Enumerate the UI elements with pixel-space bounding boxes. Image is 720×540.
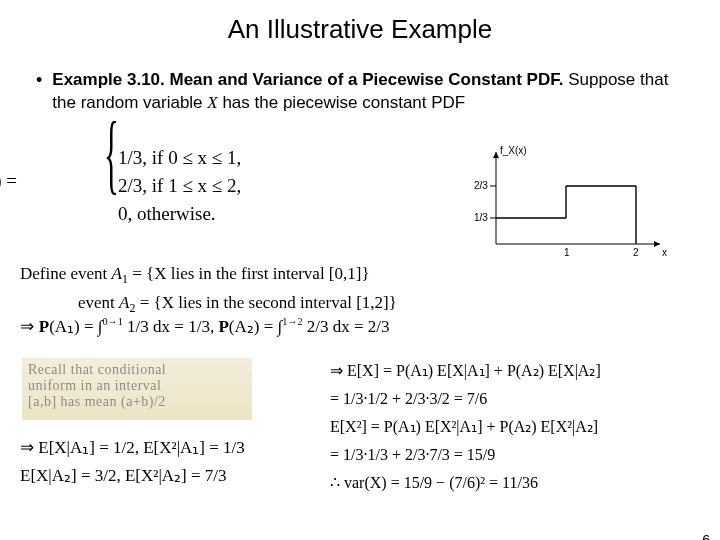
def1c: = {X lies in the first interval [0,1]} <box>128 264 370 283</box>
brace-icon: { <box>104 140 119 168</box>
bullet-body-b: has the piecewise constant PDF <box>218 93 466 112</box>
pdf-chart: f_X(x) 1/3 2/3 1 2 x <box>470 144 670 264</box>
prob-line: ⇒ P(A₁) = ∫0→1 1/3 dx = 1/3, P(A₂) = ∫1→… <box>20 316 390 337</box>
slide: An Illustrative Example • Example 3.10. … <box>0 14 720 540</box>
p2-rest: 2/3 dx = 2/3 <box>303 317 390 336</box>
eq-r2: = 1/3·1/2 + 2/3·3/2 = 7/6 <box>330 386 601 412</box>
def2b: A <box>119 293 129 312</box>
bullet-var: X <box>207 93 217 112</box>
recall-l1: Recall that conditional <box>28 362 246 378</box>
eq-r3: E[X²] = P(A₁) E[X²|A₁] + P(A₂) E[X²|A₂] <box>330 414 601 440</box>
xtick-2: 2 <box>633 247 639 258</box>
def1a: Define event <box>20 264 112 283</box>
define-line-1: Define event A1 = {X lies in the first i… <box>20 262 397 291</box>
bullet-dot: • <box>36 69 42 92</box>
def1b: A <box>112 264 122 283</box>
cond-l2: E[X|A₂] = 3/2, E[X²|A₂] = 7/3 <box>20 462 245 490</box>
svg-marker-3 <box>493 152 499 158</box>
page-number: 6 <box>702 532 710 540</box>
p1-lims: 0→1 <box>102 316 122 327</box>
xtick-1: 1 <box>564 247 570 258</box>
define-block: Define event A1 = {X lies in the first i… <box>20 262 397 321</box>
pdf-row-1: 1/3, if 0 ≤ x ≤ 1, <box>118 144 241 172</box>
p1-rest: 1/3 dx = 1/3, <box>123 317 219 336</box>
pdf-definition: { 1/3, if 0 ≤ x ≤ 1, 2/3, if 1 ≤ x ≤ 2, … <box>118 144 241 228</box>
def2a: event <box>78 293 119 312</box>
p1-body: (A₁) = ∫ <box>49 317 102 336</box>
eq-r4: = 1/3·1/3 + 2/3·7/3 = 15/9 <box>330 442 601 468</box>
bullet-row: • Example 3.10. Mean and Variance of a P… <box>36 69 690 115</box>
ytick-2: 2/3 <box>474 180 488 191</box>
f-arg: (x) = <box>0 170 17 191</box>
ytick-1: 1/3 <box>474 212 488 223</box>
eq-r5: ∴ var(X) = 15/9 − (7/6)² = 11/36 <box>330 470 601 496</box>
recall-l3: [a,b] has mean (a+b)/2 <box>28 394 246 410</box>
def2c: = {X lies in the second interval [1,2]} <box>135 293 396 312</box>
slide-title: An Illustrative Example <box>0 14 720 45</box>
p2-body: (A₂) = ∫ <box>229 317 282 336</box>
p2-lims: 1→2 <box>282 316 302 327</box>
conditional-expectation: ⇒ E[X|A₁] = 1/2, E[X²|A₁] = 1/3 E[X|A₂] … <box>20 434 245 490</box>
bullet-text: Example 3.10. Mean and Variance of a Pie… <box>52 69 690 115</box>
recall-l2: uniform in an interval <box>28 378 246 394</box>
right-equations: ⇒ E[X] = P(A₁) E[X|A₁] + P(A₂) E[X|A₂] =… <box>330 358 601 498</box>
example-number: Example 3.10. Mean and Variance of a Pie… <box>52 70 563 89</box>
p2-sym: P <box>218 317 228 336</box>
svg-marker-1 <box>654 241 660 247</box>
xlabel: x <box>662 247 667 258</box>
chart-svg: f_X(x) 1/3 2/3 1 2 x <box>470 144 670 264</box>
chart-ylabel: f_X(x) <box>500 145 527 156</box>
pdf-row-3: 0, otherwise. <box>118 200 241 228</box>
p1-sym: P <box>39 317 49 336</box>
recall-box: Recall that conditional uniform in an in… <box>22 358 252 420</box>
cond-l1: ⇒ E[X|A₁] = 1/2, E[X²|A₁] = 1/3 <box>20 434 245 462</box>
eq-r1: ⇒ E[X] = P(A₁) E[X|A₁] + P(A₂) E[X|A₂] <box>330 358 601 384</box>
fx-label: fX(x) = <box>0 170 17 196</box>
arrow-1: ⇒ <box>20 317 39 336</box>
pdf-row-2: 2/3, if 1 ≤ x ≤ 2, <box>118 172 241 200</box>
